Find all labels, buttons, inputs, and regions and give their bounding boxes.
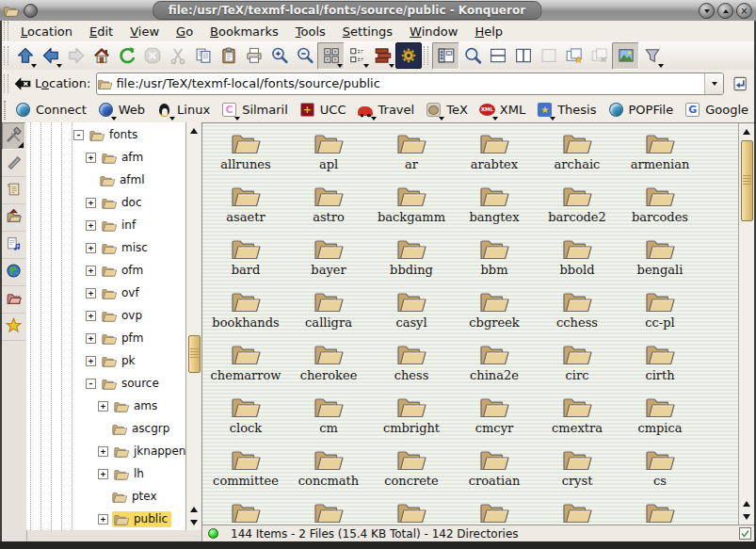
home-icon[interactable] xyxy=(88,43,114,69)
location-input[interactable]: file:/usr/TeX/texmf-local/fonts/source/p… xyxy=(113,76,704,90)
tree-item-ovp[interactable]: + ovp xyxy=(26,304,185,327)
tree-item-afm[interactable]: + afm xyxy=(26,146,185,169)
folder-partial[interactable] xyxy=(287,496,370,525)
split-view-top-bottom-icon[interactable] xyxy=(485,43,510,69)
back-icon[interactable] xyxy=(38,43,63,69)
clear-location-icon[interactable] xyxy=(12,71,33,96)
cut-icon[interactable] xyxy=(165,43,190,69)
tree-item-misc[interactable]: + misc xyxy=(26,236,185,259)
folder-bbm[interactable]: bbm xyxy=(453,233,536,285)
tree-scrollbar[interactable] xyxy=(185,122,201,530)
tree-expander-plus-icon[interactable]: + xyxy=(98,469,108,479)
folder-ar[interactable]: ar xyxy=(370,127,453,180)
folder-armenian[interactable]: armenian xyxy=(619,127,701,180)
bookmark-connect[interactable]: Connect xyxy=(9,101,92,119)
tree-item-afml[interactable]: afml xyxy=(26,169,185,191)
panel-button-history[interactable] xyxy=(2,150,25,177)
folder-croatian[interactable]: croatian xyxy=(453,444,536,496)
location-combobox[interactable]: file:/usr/TeX/texmf-local/fonts/source/p… xyxy=(96,73,724,95)
folder-asaetr[interactable]: asaetr xyxy=(204,180,287,233)
toolbar-grip[interactable] xyxy=(4,46,8,65)
folder-bengali[interactable]: bengali xyxy=(619,233,701,285)
bookmark-web[interactable]: Web xyxy=(92,101,151,119)
reload-icon[interactable] xyxy=(114,43,139,69)
folder-concmath[interactable]: concmath xyxy=(287,444,370,496)
tree-expander-plus-icon[interactable]: + xyxy=(98,446,108,457)
maximize-button[interactable] xyxy=(717,3,733,19)
minimize-button[interactable] xyxy=(699,3,715,19)
forward-icon[interactable] xyxy=(63,43,88,69)
folder-bayer[interactable]: bayer xyxy=(287,233,370,285)
folder-committee[interactable]: committee xyxy=(204,444,287,496)
folder-cbgreek[interactable]: cbgreek xyxy=(453,285,536,338)
tree-item-public[interactable]: + public xyxy=(26,508,185,530)
copy-icon[interactable] xyxy=(190,43,216,69)
bookmark-tex[interactable]: TeX xyxy=(420,101,474,119)
folder-partial[interactable] xyxy=(453,496,536,525)
folder-barcodes[interactable]: barcodes xyxy=(619,180,701,233)
scroll-down-icon[interactable] xyxy=(740,510,753,524)
bookmark-popfile[interactable]: POPFile xyxy=(603,101,680,119)
close-button[interactable]: × xyxy=(736,3,752,19)
menubar-grip[interactable] xyxy=(4,22,8,40)
menu-bookmarks[interactable]: Bookmarks xyxy=(201,23,287,40)
new-tab-icon[interactable] xyxy=(561,43,587,69)
folder-bbding[interactable]: bbding xyxy=(370,233,453,285)
folder-clock[interactable]: clock xyxy=(204,391,287,444)
folder-cmpica[interactable]: cmpica xyxy=(619,391,701,444)
folder-casyl[interactable]: casyl xyxy=(370,285,453,338)
bookmark-linux[interactable]: Linux xyxy=(151,101,216,119)
folder-cc-pl[interactable]: cc-pl xyxy=(619,285,701,338)
tree-item-ams[interactable]: + ams xyxy=(26,395,185,417)
folder-china2e[interactable]: china2e xyxy=(453,338,536,391)
tree-item-inf[interactable]: + inf xyxy=(26,214,185,236)
menu-help[interactable]: Help xyxy=(466,23,511,40)
tree-expander-plus-icon[interactable]: + xyxy=(86,356,96,366)
scroll-down-icon[interactable] xyxy=(187,516,201,529)
multicolumn-view-icon[interactable] xyxy=(345,43,370,69)
tree-expander-plus-icon[interactable]: + xyxy=(86,198,96,208)
menu-tools[interactable]: Tools xyxy=(287,23,334,40)
tree-item-pfm[interactable]: + pfm xyxy=(26,327,185,349)
locbar-grip[interactable] xyxy=(4,74,8,93)
folder-view-scrollbar-thumb[interactable] xyxy=(741,140,753,221)
tree-item-pk[interactable]: + pk xyxy=(26,349,185,372)
tree-expander-plus-icon[interactable]: + xyxy=(86,333,96,344)
folder-bard[interactable]: bard xyxy=(204,233,287,285)
folder-astro[interactable]: astro xyxy=(287,180,370,233)
titlebar[interactable]: file:/usr/TeX/texmf-local/fonts/source/p… xyxy=(0,0,756,22)
folder-apl[interactable]: apl xyxy=(287,127,370,180)
bookmark-ucc[interactable]: +UCC xyxy=(294,101,352,119)
print-icon[interactable] xyxy=(241,43,266,69)
folder-bangtex[interactable]: bangtex xyxy=(453,180,536,233)
tree-expander-plus-icon[interactable]: + xyxy=(86,220,96,231)
panel-button-home-folder[interactable] xyxy=(2,204,25,232)
folder-arabtex[interactable]: arabtex xyxy=(453,127,536,180)
tree-item-ovf[interactable]: + ovf xyxy=(26,282,185,304)
go-button[interactable] xyxy=(729,73,751,95)
tree-expander-minus-icon[interactable]: - xyxy=(73,130,84,140)
menu-settings[interactable]: Settings xyxy=(334,23,401,40)
tree-item-ascgrp[interactable]: ascgrp xyxy=(26,417,185,440)
scroll-up-icon[interactable] xyxy=(187,123,201,137)
tree-expander-plus-icon[interactable]: + xyxy=(86,311,96,321)
zoom-in-icon[interactable] xyxy=(266,43,292,69)
find-file-icon[interactable] xyxy=(459,43,485,69)
konqueror-gear-icon[interactable] xyxy=(395,42,422,69)
panel-button-configure[interactable] xyxy=(2,122,25,150)
image-preview-icon[interactable] xyxy=(612,42,639,70)
folder-cryst[interactable]: cryst xyxy=(536,444,619,496)
panel-button-network[interactable] xyxy=(2,259,25,286)
folder-barcode2[interactable]: barcode2 xyxy=(536,180,619,233)
folder-chess[interactable]: chess xyxy=(370,338,453,391)
toolbar-grip[interactable] xyxy=(424,46,428,65)
stop-icon[interactable] xyxy=(139,43,165,69)
scroll-up-icon[interactable] xyxy=(187,502,201,515)
folder-cmbright[interactable]: cmbright xyxy=(370,391,453,444)
show-navigation-panel-icon[interactable] xyxy=(432,42,459,70)
tree-expander-plus-icon[interactable]: + xyxy=(98,401,108,412)
up-icon[interactable] xyxy=(12,43,38,69)
tree-item-doc[interactable]: + doc xyxy=(26,191,185,214)
tree-scrollbar-thumb[interactable] xyxy=(188,335,201,373)
folder-chemarrow[interactable]: chemarrow xyxy=(204,338,287,391)
